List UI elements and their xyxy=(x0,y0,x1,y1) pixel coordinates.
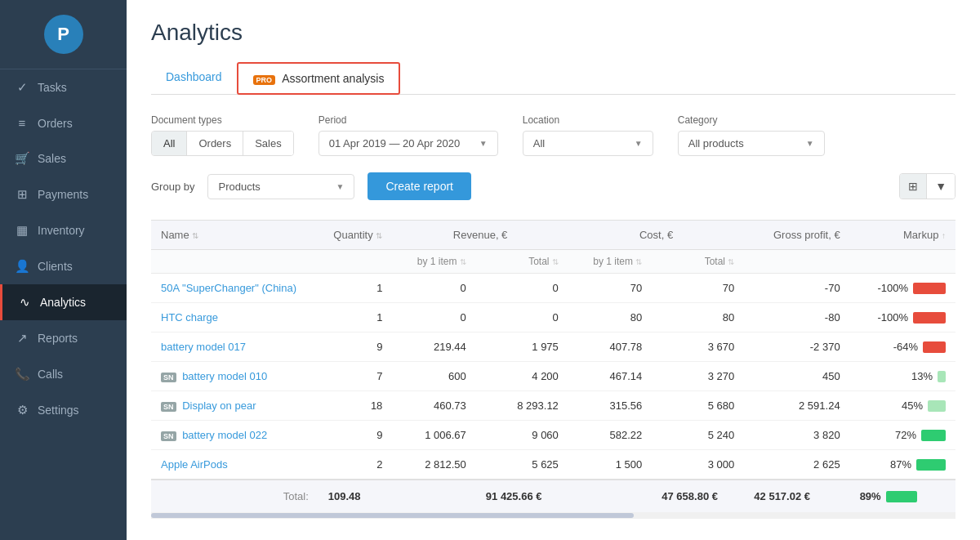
row-gross-profit: -2 370 xyxy=(744,332,849,362)
filters-row: Document types All Orders Sales Period 0… xyxy=(151,114,956,156)
col-markup: Markup ↑ xyxy=(850,221,956,250)
markup-pct: -64% xyxy=(893,341,918,353)
row-markup: 87% xyxy=(850,450,956,480)
row-gross-profit: -80 xyxy=(744,303,849,332)
table-row: SN battery model 022 9 1 006.67 9 060 58… xyxy=(151,421,956,450)
location-select[interactable]: All ▼ xyxy=(523,131,653,156)
row-cost-total: 5 240 xyxy=(652,421,744,450)
row-cost-by1: 80 xyxy=(568,303,652,332)
list-view-button[interactable]: ▼ xyxy=(927,174,955,199)
sidebar-item-inventory[interactable]: ▦ Inventory xyxy=(0,212,127,248)
markup-bar-visual xyxy=(921,430,946,441)
filter-category: Category All products ▼ xyxy=(678,114,825,156)
grid-view-button[interactable]: ⊞ xyxy=(900,174,927,199)
groupby-select[interactable]: Products ▼ xyxy=(207,174,354,199)
calls-icon: 📞 xyxy=(15,367,29,382)
category-value: All products xyxy=(688,137,744,150)
totals-revenue: 91 425.66 € xyxy=(476,480,568,512)
sidebar-item-sales[interactable]: 🛒 Sales xyxy=(0,141,127,176)
period-label: Period xyxy=(318,114,498,126)
sn-badge: SN xyxy=(161,431,176,441)
markup-bar-visual xyxy=(938,371,946,382)
row-name[interactable]: battery model 017 xyxy=(151,332,318,362)
row-quantity: 1 xyxy=(318,274,393,303)
row-rev-total: 4 200 xyxy=(476,362,568,391)
row-name[interactable]: Apple AirPods xyxy=(151,450,318,480)
subheader-rev-by1: by 1 item ⇅ xyxy=(392,250,475,274)
sidebar-item-tasks[interactable]: ✓ Tasks xyxy=(0,69,127,105)
markup-pct: 13% xyxy=(911,370,933,382)
table-row: Apple AirPods 2 2 812.50 5 625 1 500 3 0… xyxy=(151,450,956,480)
doc-type-orders[interactable]: Orders xyxy=(187,132,243,155)
totals-markup: 89% xyxy=(850,480,956,512)
create-report-button[interactable]: Create report xyxy=(368,172,470,200)
sidebar-item-settings[interactable]: ⚙ Settings xyxy=(0,392,127,428)
row-cost-total: 5 680 xyxy=(652,391,744,421)
row-quantity: 7 xyxy=(318,362,393,391)
document-types-btn-group: All Orders Sales xyxy=(151,131,294,156)
row-rev-by1: 0 xyxy=(392,303,475,332)
subheader-cost-by1: by 1 item ⇅ xyxy=(568,250,652,274)
filter-period: Period 01 Apr 2019 — 20 Apr 2020 ▼ xyxy=(318,114,498,156)
inventory-icon: ▦ xyxy=(15,223,29,238)
row-name[interactable]: SN battery model 010 xyxy=(151,362,318,391)
sn-badge: SN xyxy=(161,373,176,382)
row-cost-total: 3 270 xyxy=(652,362,744,391)
tab-assortment[interactable]: PRO Assortment analysis xyxy=(237,62,401,95)
row-name[interactable]: SN Display on pear xyxy=(151,391,318,421)
sidebar: P ✓ Tasks ≡ Orders 🛒 Sales ⊞ Payments ▦ … xyxy=(0,0,127,540)
row-rev-total: 5 625 xyxy=(476,450,568,480)
scrollbar[interactable] xyxy=(151,512,956,519)
sidebar-item-label: Analytics xyxy=(40,296,86,309)
row-cost-total: 3 670 xyxy=(652,332,744,362)
row-quantity: 1 xyxy=(318,303,393,332)
row-name[interactable]: SN battery model 022 xyxy=(151,421,318,450)
sidebar-item-payments[interactable]: ⊞ Payments xyxy=(0,176,127,212)
row-cost-total: 70 xyxy=(652,274,744,303)
subheader-cost-total: Total ⇅ xyxy=(652,250,744,274)
table-row: HTC charge 1 0 0 80 80 -80 -100% xyxy=(151,303,956,332)
analytics-icon: ∿ xyxy=(17,295,32,310)
markup-pct: -100% xyxy=(877,311,908,324)
row-rev-total: 0 xyxy=(476,303,568,332)
row-rev-by1: 600 xyxy=(392,362,475,391)
groupby-chevron-icon: ▼ xyxy=(336,182,345,191)
doc-type-sales[interactable]: Sales xyxy=(243,132,293,155)
logo-icon[interactable]: P xyxy=(44,15,83,54)
row-cost-total: 80 xyxy=(652,303,744,332)
doc-type-all[interactable]: All xyxy=(152,132,187,155)
sidebar-item-analytics[interactable]: ∿ Analytics xyxy=(0,284,127,320)
row-rev-total: 0 xyxy=(476,274,568,303)
sidebar-item-reports[interactable]: ↗ Reports xyxy=(0,320,127,356)
tabs-bar: Dashboard PRO Assortment analysis xyxy=(151,62,956,95)
clients-icon: 👤 xyxy=(15,259,29,274)
subheader-rev-total: Total ⇅ xyxy=(476,250,568,274)
payments-icon: ⊞ xyxy=(15,187,29,202)
table-row: battery model 017 9 219.44 1 975 407.78 … xyxy=(151,332,956,362)
scrollbar-thumb[interactable] xyxy=(151,513,634,518)
totals-label: Total: xyxy=(151,480,318,512)
sidebar-item-calls[interactable]: 📞 Calls xyxy=(0,356,127,392)
row-quantity: 9 xyxy=(318,332,393,362)
main-content: Analytics Dashboard PRO Assortment analy… xyxy=(127,0,980,540)
table-row: SN battery model 010 7 600 4 200 467.14 … xyxy=(151,362,956,391)
col-revenue: Revenue, € xyxy=(392,221,568,250)
sidebar-item-orders[interactable]: ≡ Orders xyxy=(0,105,127,141)
totals-quantity: 109.48 xyxy=(318,480,393,512)
period-value: 01 Apr 2019 — 20 Apr 2020 xyxy=(329,137,460,150)
period-select[interactable]: 01 Apr 2019 — 20 Apr 2020 ▼ xyxy=(318,131,498,156)
location-chevron-icon: ▼ xyxy=(635,139,643,148)
tab-dashboard[interactable]: Dashboard xyxy=(151,62,237,95)
sidebar-item-clients[interactable]: 👤 Clients xyxy=(0,248,127,284)
row-name[interactable]: 50A "SuperChanger" (China) xyxy=(151,274,318,303)
data-table: Name ⇅ Quantity ⇅ Revenue, € Cost, € Gro xyxy=(151,220,956,519)
row-cost-by1: 1 500 xyxy=(568,450,652,480)
category-select[interactable]: All products ▼ xyxy=(678,131,825,156)
totals-cost: 47 658.80 € xyxy=(652,480,744,512)
row-cost-by1: 467.14 xyxy=(568,362,652,391)
row-rev-total: 9 060 xyxy=(476,421,568,450)
row-rev-by1: 0 xyxy=(392,274,475,303)
sn-badge: SN xyxy=(161,402,176,412)
row-name[interactable]: HTC charge xyxy=(151,303,318,332)
row-quantity: 9 xyxy=(318,421,393,450)
